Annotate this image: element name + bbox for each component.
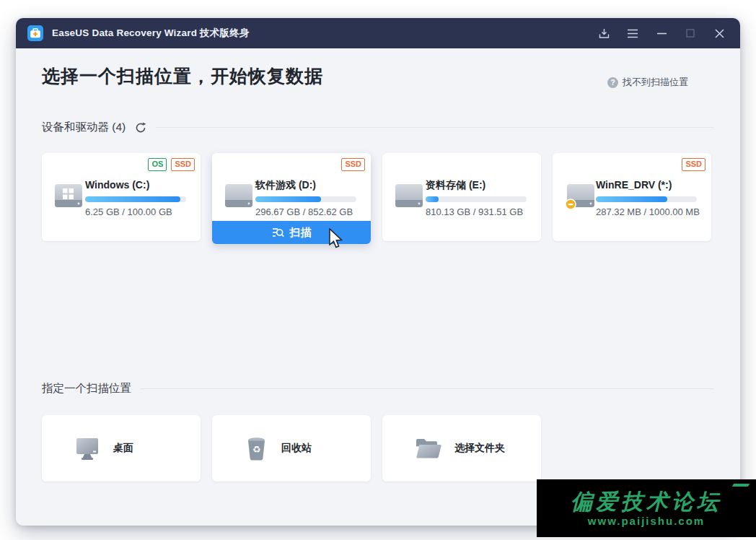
- folder-icon: [415, 437, 441, 459]
- main-content: 选择一个扫描位置，开始恢复数据 ? 找不到扫描位置 设备和驱动器 (4) OS …: [16, 48, 740, 526]
- watermark: 偏爱技术论坛 www.paijishu.com: [537, 479, 756, 537]
- app-logo-icon: [27, 25, 43, 41]
- windows-drive-icon: [53, 182, 84, 209]
- desktop-icon: [74, 437, 100, 461]
- drive-card-d[interactable]: SSD 软件游戏 (D:) 296.67 GB / 852.62 GB: [212, 153, 371, 244]
- scan-icon: [272, 227, 284, 239]
- divider: [140, 388, 714, 389]
- app-window: EaseUS Data Recovery Wizard 技术版终身 选择一个扫描…: [16, 18, 740, 526]
- drive-badges: SSD: [341, 158, 365, 171]
- svg-text:♻: ♻: [252, 444, 261, 455]
- capacity-bar: [85, 196, 186, 202]
- drive-name: 资料存储 (E:): [426, 179, 485, 192]
- drive-card-c[interactable]: OS SSD Windows (C:) 6.25 GB / 100.00 GB: [42, 153, 201, 241]
- capacity-bar: [426, 196, 527, 202]
- window-controls: [593, 23, 730, 43]
- ssd-badge: SSD: [341, 158, 365, 171]
- drive-name: Windows (C:): [85, 179, 149, 191]
- window-title: EaseUS Data Recovery Wizard 技术版终身: [52, 27, 250, 40]
- drive-card-e[interactable]: 资料存储 (E:) 810.13 GB / 931.51 GB: [382, 153, 541, 241]
- drive-icon: [224, 182, 254, 209]
- capacity-bar-fill: [255, 196, 321, 202]
- maximize-icon[interactable]: [680, 23, 701, 43]
- devices-section-label: 设备和驱动器 (4): [42, 120, 126, 135]
- help-link[interactable]: ? 找不到扫描位置: [607, 76, 688, 89]
- drive-icon: [394, 182, 424, 209]
- location-label: 回收站: [281, 442, 312, 455]
- capacity-bar-fill: [596, 196, 667, 202]
- recycle-bin-icon: ♻: [245, 435, 268, 461]
- download-icon[interactable]: [593, 23, 615, 43]
- refresh-icon[interactable]: [134, 121, 147, 134]
- page-title: 选择一个扫描位置，开始恢复数据: [42, 64, 323, 88]
- scan-button[interactable]: 扫描: [212, 221, 371, 244]
- drive-name: WinRE_DRV (*:): [596, 179, 672, 191]
- os-badge: OS: [148, 158, 167, 171]
- capacity-bar-fill: [85, 196, 180, 202]
- locations-row: 桌面 ♻ 回收站 选: [42, 415, 541, 482]
- drive-badges: SSD: [682, 158, 706, 171]
- watermark-accent: [732, 484, 750, 487]
- help-link-label: 找不到扫描位置: [623, 76, 688, 89]
- drive-capacity: 287.32 MB / 1000.00 MB: [596, 206, 700, 217]
- drives-row: OS SSD Windows (C:) 6.25 GB / 100.00 GB: [42, 153, 711, 244]
- watermark-url: www.paijishu.com: [588, 515, 705, 527]
- location-card-recycle-bin[interactable]: ♻ 回收站: [212, 415, 371, 482]
- location-card-choose-folder[interactable]: 选择文件夹: [382, 415, 541, 482]
- drive-card-winre[interactable]: SSD WinRE_DRV (*:) 287.32 MB / 1000.00 M…: [553, 153, 711, 241]
- hidden-drive-icon: [564, 182, 596, 211]
- drive-badges: OS SSD: [148, 158, 195, 171]
- location-card-desktop[interactable]: 桌面: [42, 415, 201, 482]
- capacity-bar: [255, 196, 356, 202]
- titlebar: EaseUS Data Recovery Wizard 技术版终身: [16, 18, 740, 48]
- drive-capacity: 810.13 GB / 931.51 GB: [426, 206, 523, 217]
- question-circle-icon: ?: [607, 77, 618, 88]
- ssd-badge: SSD: [171, 158, 195, 171]
- locations-section-header: 指定一个扫描位置: [42, 381, 714, 396]
- locations-section-label: 指定一个扫描位置: [42, 381, 131, 396]
- capacity-bar: [596, 196, 697, 202]
- menu-icon[interactable]: [622, 23, 643, 43]
- location-label: 桌面: [113, 442, 133, 455]
- capacity-bar-fill: [426, 196, 439, 202]
- minimize-icon[interactable]: [651, 23, 672, 43]
- devices-section-header: 设备和驱动器 (4): [42, 120, 714, 135]
- location-label: 选择文件夹: [454, 442, 505, 455]
- close-icon[interactable]: [708, 23, 730, 43]
- drive-name: 软件游戏 (D:): [255, 179, 316, 192]
- drive-capacity: 296.67 GB / 852.62 GB: [255, 206, 353, 217]
- watermark-title: 偏爱技术论坛: [571, 489, 722, 513]
- divider: [156, 127, 714, 128]
- scan-button-label: 扫描: [290, 226, 312, 240]
- ssd-badge: SSD: [682, 158, 706, 171]
- drive-capacity: 6.25 GB / 100.00 GB: [85, 206, 172, 217]
